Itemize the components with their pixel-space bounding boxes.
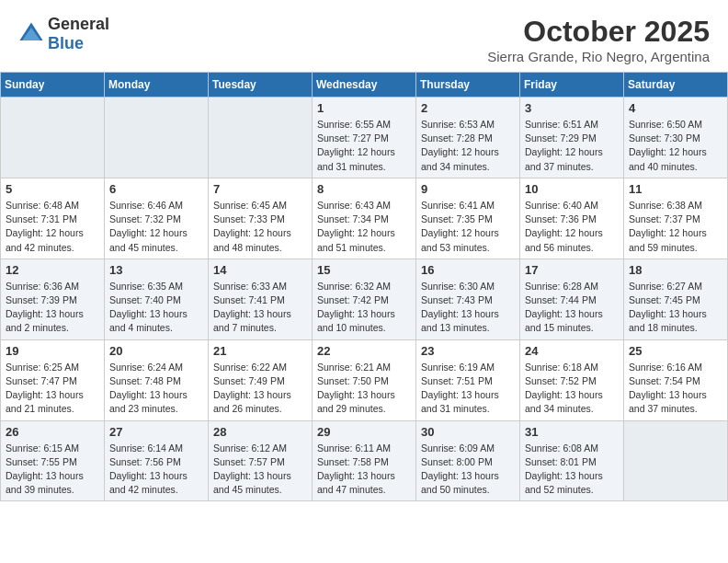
title-block: October 2025 Sierra Grande, Rio Negro, A… [487,15,710,64]
day-info: Sunrise: 6:15 AM Sunset: 7:55 PM Dayligh… [6,442,99,498]
calendar-week-row: 26Sunrise: 6:15 AM Sunset: 7:55 PM Dayli… [1,420,728,501]
page-header: General Blue October 2025 Sierra Grande,… [0,0,728,72]
calendar-day-cell: 6Sunrise: 6:46 AM Sunset: 7:32 PM Daylig… [105,178,209,259]
calendar-day-cell: 2Sunrise: 6:53 AM Sunset: 7:28 PM Daylig… [416,98,520,178]
day-info: Sunrise: 6:38 AM Sunset: 7:37 PM Dayligh… [629,199,722,255]
day-info: Sunrise: 6:09 AM Sunset: 8:00 PM Dayligh… [421,442,515,498]
calendar-day-cell: 9Sunrise: 6:41 AM Sunset: 7:35 PM Daylig… [416,178,520,259]
location-title: Sierra Grande, Rio Negro, Argentina [487,49,710,64]
calendar-table: SundayMondayTuesdayWednesdayThursdayFrid… [0,72,728,501]
calendar-day-cell: 4Sunrise: 6:50 AM Sunset: 7:30 PM Daylig… [624,98,728,178]
day-number: 5 [6,182,99,196]
day-number: 26 [6,425,99,439]
day-info: Sunrise: 6:43 AM Sunset: 7:34 PM Dayligh… [317,199,411,255]
day-number: 14 [213,263,307,277]
calendar-week-row: 12Sunrise: 6:36 AM Sunset: 7:39 PM Dayli… [1,259,728,339]
calendar-day-cell: 29Sunrise: 6:11 AM Sunset: 7:58 PM Dayli… [313,420,416,501]
day-number: 4 [629,101,722,115]
weekday-header: Thursday [416,73,520,98]
day-info: Sunrise: 6:41 AM Sunset: 7:35 PM Dayligh… [421,199,515,255]
day-number: 24 [525,344,619,358]
calendar-day-cell: 28Sunrise: 6:12 AM Sunset: 7:57 PM Dayli… [209,420,313,501]
day-number: 9 [421,182,515,196]
day-number: 3 [525,101,619,115]
calendar-day-cell: 21Sunrise: 6:22 AM Sunset: 7:49 PM Dayli… [209,339,313,420]
calendar-day-cell: 20Sunrise: 6:24 AM Sunset: 7:48 PM Dayli… [105,339,209,420]
weekday-header: Tuesday [209,73,313,98]
calendar-day-cell: 7Sunrise: 6:45 AM Sunset: 7:33 PM Daylig… [209,178,313,259]
month-title: October 2025 [487,15,710,49]
weekday-header: Wednesday [313,73,416,98]
day-number: 10 [525,182,619,196]
calendar-week-row: 5Sunrise: 6:48 AM Sunset: 7:31 PM Daylig… [1,178,728,259]
day-info: Sunrise: 6:53 AM Sunset: 7:28 PM Dayligh… [421,118,515,174]
day-number: 22 [317,344,411,358]
day-info: Sunrise: 6:55 AM Sunset: 7:27 PM Dayligh… [317,118,411,174]
day-number: 18 [629,263,722,277]
day-number: 1 [317,101,411,115]
day-number: 12 [6,263,99,277]
day-number: 23 [421,344,515,358]
weekday-header: Saturday [624,73,728,98]
calendar-day-cell: 18Sunrise: 6:27 AM Sunset: 7:45 PM Dayli… [624,259,728,339]
day-info: Sunrise: 6:35 AM Sunset: 7:40 PM Dayligh… [109,280,203,336]
day-info: Sunrise: 6:19 AM Sunset: 7:51 PM Dayligh… [421,361,515,417]
day-info: Sunrise: 6:50 AM Sunset: 7:30 PM Dayligh… [629,118,722,174]
day-number: 27 [109,425,203,439]
day-info: Sunrise: 6:24 AM Sunset: 7:48 PM Dayligh… [109,361,203,417]
day-number: 16 [421,263,515,277]
day-info: Sunrise: 6:27 AM Sunset: 7:45 PM Dayligh… [629,280,722,336]
day-info: Sunrise: 6:21 AM Sunset: 7:50 PM Dayligh… [317,361,411,417]
calendar-day-cell: 17Sunrise: 6:28 AM Sunset: 7:44 PM Dayli… [520,259,624,339]
calendar-day-cell: 30Sunrise: 6:09 AM Sunset: 8:00 PM Dayli… [416,420,520,501]
weekday-header: Sunday [1,73,105,98]
day-info: Sunrise: 6:08 AM Sunset: 8:01 PM Dayligh… [525,442,619,498]
calendar-day-cell: 13Sunrise: 6:35 AM Sunset: 7:40 PM Dayli… [105,259,209,339]
day-info: Sunrise: 6:46 AM Sunset: 7:32 PM Dayligh… [109,199,203,255]
day-info: Sunrise: 6:11 AM Sunset: 7:58 PM Dayligh… [317,442,411,498]
calendar-day-cell: 22Sunrise: 6:21 AM Sunset: 7:50 PM Dayli… [313,339,416,420]
calendar-day-cell [209,98,313,178]
calendar-day-cell: 25Sunrise: 6:16 AM Sunset: 7:54 PM Dayli… [624,339,728,420]
day-number: 6 [109,182,203,196]
weekday-header: Friday [520,73,624,98]
day-number: 11 [629,182,722,196]
calendar-day-cell: 14Sunrise: 6:33 AM Sunset: 7:41 PM Dayli… [209,259,313,339]
calendar-day-cell: 5Sunrise: 6:48 AM Sunset: 7:31 PM Daylig… [1,178,105,259]
calendar-day-cell [624,420,728,501]
day-info: Sunrise: 6:16 AM Sunset: 7:54 PM Dayligh… [629,361,722,417]
day-info: Sunrise: 6:25 AM Sunset: 7:47 PM Dayligh… [6,361,99,417]
calendar-day-cell: 16Sunrise: 6:30 AM Sunset: 7:43 PM Dayli… [416,259,520,339]
day-number: 13 [109,263,203,277]
calendar-day-cell: 10Sunrise: 6:40 AM Sunset: 7:36 PM Dayli… [520,178,624,259]
day-number: 2 [421,101,515,115]
calendar-day-cell [1,98,105,178]
calendar-day-cell: 1Sunrise: 6:55 AM Sunset: 7:27 PM Daylig… [313,98,416,178]
calendar-week-row: 19Sunrise: 6:25 AM Sunset: 7:47 PM Dayli… [1,339,728,420]
day-info: Sunrise: 6:48 AM Sunset: 7:31 PM Dayligh… [6,199,99,255]
day-number: 19 [6,344,99,358]
day-info: Sunrise: 6:28 AM Sunset: 7:44 PM Dayligh… [525,280,619,336]
calendar-day-cell: 15Sunrise: 6:32 AM Sunset: 7:42 PM Dayli… [313,259,416,339]
calendar-day-cell: 11Sunrise: 6:38 AM Sunset: 7:37 PM Dayli… [624,178,728,259]
logo-general: General [48,15,109,33]
day-info: Sunrise: 6:32 AM Sunset: 7:42 PM Dayligh… [317,280,411,336]
day-number: 29 [317,425,411,439]
day-info: Sunrise: 6:22 AM Sunset: 7:49 PM Dayligh… [213,361,307,417]
calendar-day-cell: 3Sunrise: 6:51 AM Sunset: 7:29 PM Daylig… [520,98,624,178]
day-number: 30 [421,425,515,439]
logo: General Blue [18,15,109,53]
day-info: Sunrise: 6:36 AM Sunset: 7:39 PM Dayligh… [6,280,99,336]
calendar-day-cell: 19Sunrise: 6:25 AM Sunset: 7:47 PM Dayli… [1,339,105,420]
calendar-day-cell: 24Sunrise: 6:18 AM Sunset: 7:52 PM Dayli… [520,339,624,420]
weekday-header: Monday [105,73,209,98]
calendar-day-cell: 26Sunrise: 6:15 AM Sunset: 7:55 PM Dayli… [1,420,105,501]
weekday-header-row: SundayMondayTuesdayWednesdayThursdayFrid… [1,73,728,98]
day-number: 21 [213,344,307,358]
day-number: 17 [525,263,619,277]
day-info: Sunrise: 6:45 AM Sunset: 7:33 PM Dayligh… [213,199,307,255]
calendar-day-cell [105,98,209,178]
day-info: Sunrise: 6:30 AM Sunset: 7:43 PM Dayligh… [421,280,515,336]
day-info: Sunrise: 6:18 AM Sunset: 7:52 PM Dayligh… [525,361,619,417]
calendar-day-cell: 23Sunrise: 6:19 AM Sunset: 7:51 PM Dayli… [416,339,520,420]
